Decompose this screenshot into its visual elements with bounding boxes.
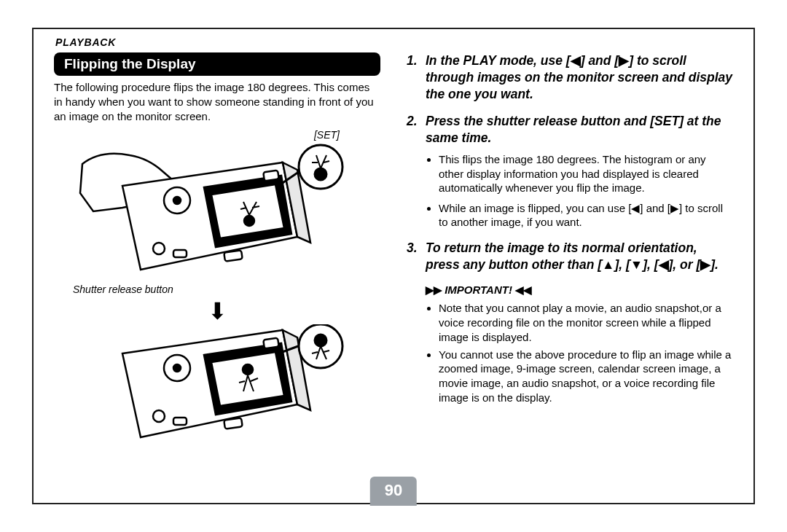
s2b2-a: While an image is flipped, you can use [ <box>439 202 631 214</box>
right-column: In the PLAY mode, use [◀] and [▶] to scr… <box>407 52 733 490</box>
step3-text-c: ], [ <box>643 257 658 272</box>
section-title-bar: Flipping the Display <box>54 52 380 76</box>
step3-text-d: ], or [ <box>669 257 701 272</box>
step-1: In the PLAY mode, use [◀] and [▶] to scr… <box>407 52 733 103</box>
svg-point-1 <box>173 197 181 204</box>
step1-text-b: ] and [ <box>581 53 619 68</box>
important-item-1: Note that you cannot play a movie, an au… <box>439 301 733 344</box>
section-header: PLAYBACK <box>54 34 733 52</box>
s2b2-b: ] and [ <box>640 202 670 214</box>
svg-rect-5 <box>173 250 187 257</box>
left-arrow-icon: ◀ <box>659 257 669 273</box>
up-arrow-icon: ▲ <box>602 257 614 273</box>
step3-text-e: ]. <box>710 257 719 272</box>
svg-rect-14 <box>173 418 187 425</box>
right-arrow-icon: ▶ <box>670 201 679 216</box>
right-arrow-icon: ▶ <box>700 257 710 273</box>
arrow-down-icon: ⬇ <box>54 300 380 323</box>
shutter-button-label: Shutter release button <box>54 283 380 295</box>
content-frame: PLAYBACK Flipping the Display The follow… <box>32 28 755 504</box>
step-2: Press the shutter release button and [SE… <box>407 113 733 230</box>
left-arrow-icon: ◀ <box>571 52 581 69</box>
step2-bullet-1: This flips the image 180 degrees. The hi… <box>439 152 733 195</box>
svg-rect-12 <box>263 338 278 349</box>
svg-point-4 <box>153 243 165 254</box>
svg-point-11 <box>243 364 253 375</box>
left-column: Flipping the Display The following proce… <box>54 52 380 490</box>
camera-after-illustration <box>79 324 356 463</box>
svg-rect-6 <box>224 251 242 262</box>
step2-text: Press the shutter release button and [SE… <box>426 114 721 145</box>
intro-paragraph: The following procedure flips the image … <box>54 80 380 123</box>
illustration-block: [SET] <box>54 129 380 463</box>
svg-point-17 <box>315 335 326 346</box>
svg-point-13 <box>153 410 165 422</box>
important-heading: ▶▶ IMPORTANT! ◀◀ <box>407 283 733 297</box>
page-number-badge: 90 <box>370 477 417 506</box>
camera-before-illustration <box>79 142 356 281</box>
step2-bullet-2: While an image is flipped, you can use [… <box>439 201 733 230</box>
svg-point-2 <box>244 216 254 226</box>
left-arrow-icon: ◀ <box>631 201 640 216</box>
svg-rect-3 <box>263 171 278 181</box>
manual-page: PLAYBACK Flipping the Display The follow… <box>0 0 787 532</box>
step3-text-b: ], [ <box>614 257 630 272</box>
deco-left-arrows-icon: ◀◀ <box>515 283 531 296</box>
svg-rect-15 <box>224 418 242 429</box>
step2-sublist: This flips the image 180 degrees. The hi… <box>426 152 733 230</box>
important-item-2: You cannot use the above procedure to fl… <box>439 348 733 405</box>
deco-right-arrows-icon: ▶▶ <box>426 283 442 296</box>
important-label: IMPORTANT! <box>445 283 512 296</box>
set-button-label: [SET] <box>54 129 380 141</box>
step-3: To return the image to its normal orient… <box>407 240 733 273</box>
svg-point-8 <box>315 168 326 180</box>
step1-text-a: In the PLAY mode, use [ <box>426 53 571 68</box>
two-column-layout: Flipping the Display The following proce… <box>54 52 733 490</box>
important-list: Note that you cannot play a movie, an au… <box>407 301 733 405</box>
right-arrow-icon: ▶ <box>619 52 629 69</box>
down-arrow-icon: ▼ <box>630 257 643 273</box>
steps-list: In the PLAY mode, use [◀] and [▶] to scr… <box>407 52 733 273</box>
svg-point-10 <box>173 364 181 372</box>
